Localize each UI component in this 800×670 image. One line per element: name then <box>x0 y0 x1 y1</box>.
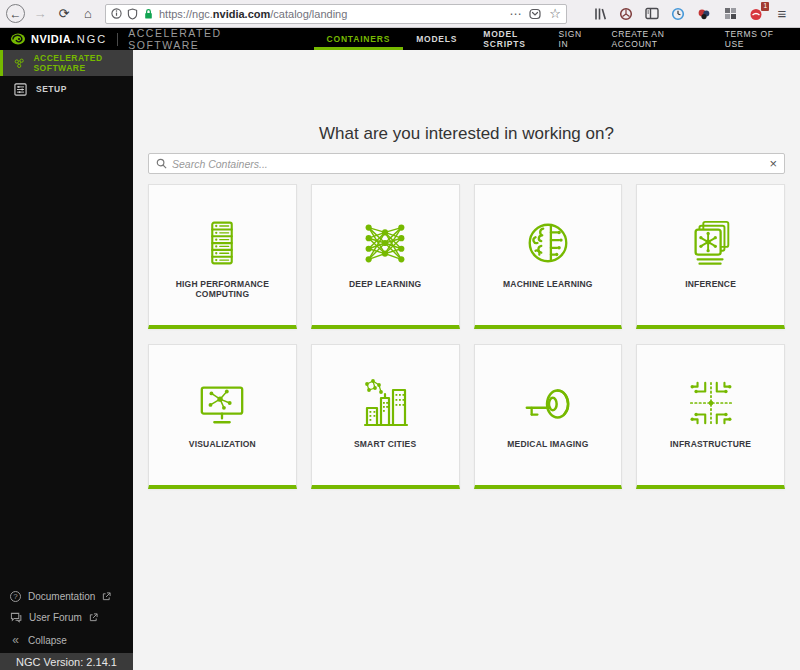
forward-button[interactable]: → <box>29 3 51 25</box>
url-text: https://ngc.nvidia.com/catalog/landing <box>159 8 509 20</box>
tracking-shield-icon[interactable] <box>127 8 138 20</box>
clock-extension-icon[interactable] <box>670 6 686 22</box>
home-icon: ⌂ <box>84 6 92 21</box>
external-link-icon <box>102 592 111 601</box>
monitor-graph-icon <box>196 375 248 431</box>
nvidia-brand[interactable]: NVIDIA.NGC <box>10 33 107 45</box>
setup-icon <box>14 83 27 96</box>
back-icon: ← <box>10 7 22 21</box>
help-icon: ? <box>10 591 21 602</box>
url-bar[interactable]: https://ngc.nvidia.com/catalog/landing ⋯… <box>105 4 567 24</box>
city-icon <box>359 375 411 431</box>
hpc-server-icon <box>199 215 245 271</box>
sidebar-toggle-icon[interactable] <box>644 6 660 22</box>
nvidia-eye-logo <box>10 33 26 45</box>
nav-tab-models[interactable]: MODELS <box>403 28 470 50</box>
inference-stack-icon <box>686 215 736 271</box>
pocket-icon[interactable] <box>529 8 541 20</box>
create-account-link[interactable]: CREATE AN ACCOUNT <box>611 29 704 49</box>
category-grid: HIGH PERFORMANCE COMPUTING <box>148 184 785 489</box>
card-label: VISUALIZATION <box>185 439 260 449</box>
card-label: INFRASTRUCTURE <box>666 439 755 449</box>
sidebar-item-accelerated-software[interactable]: ACCELERATED SOFTWARE <box>0 50 133 76</box>
app-title: ACCELERATED SOFTWARE <box>128 27 285 51</box>
reload-icon: ⟳ <box>59 6 70 21</box>
card-smart-cities[interactable]: SMART CITIES <box>311 344 460 489</box>
circuit-icon <box>686 375 736 431</box>
collapse-label: Collapse <box>28 635 67 646</box>
brand-name: NVIDIA.NGC <box>31 33 107 45</box>
documentation-label: Documentation <box>28 591 95 602</box>
card-deep-learning[interactable]: DEEP LEARNING <box>311 184 460 329</box>
external-link-icon <box>89 613 98 622</box>
card-label: HIGH PERFORMANCE COMPUTING <box>149 279 296 299</box>
extension-badge: 1 <box>761 2 769 11</box>
header-right-links: SIGN IN CREATE AN ACCOUNT TERMS OF USE <box>559 29 791 49</box>
header-divider <box>117 33 118 46</box>
menu-icon[interactable]: ≡ <box>774 6 790 22</box>
forum-icon <box>10 612 22 623</box>
multicolor-extension-icon[interactable] <box>696 6 712 22</box>
nav-tab-containers[interactable]: CONTAINERS <box>314 28 404 50</box>
search-input[interactable] <box>172 158 769 170</box>
card-label: MEDICAL IMAGING <box>503 439 592 449</box>
back-button[interactable]: ← <box>6 4 25 23</box>
bookmark-star-icon[interactable]: ☆ <box>549 6 561 21</box>
user-forum-link[interactable]: User Forum <box>10 612 133 623</box>
sidebar-item-label: ACCELERATED SOFTWARE <box>33 53 133 73</box>
documentation-link[interactable]: ? Documentation <box>10 591 133 602</box>
forward-icon: → <box>34 6 47 21</box>
card-label: INFERENCE <box>681 279 740 289</box>
app-header: NVIDIA.NGC ACCELERATED SOFTWARE CONTAINE… <box>0 28 800 50</box>
molecule-icon <box>14 57 24 70</box>
ngc-version: NGC Version: 2.14.1 <box>16 656 117 668</box>
sidebar: ACCELERATED SOFTWARE SETUP ? Documentati… <box>0 50 133 670</box>
nav-tab-model-scripts[interactable]: MODEL SCRIPTS <box>470 28 558 50</box>
main-content: What are you interested in working on? ×… <box>133 50 800 670</box>
card-machine-learning[interactable]: MACHINE LEARNING <box>474 184 623 329</box>
grid-extension-icon[interactable] <box>722 6 738 22</box>
browser-toolbar: ← → ⟳ ⌂ https://ngc.nvidia.com/catalog/l… <box>0 0 800 28</box>
search-icon <box>156 158 167 169</box>
clear-search-icon[interactable]: × <box>769 157 777 170</box>
card-high-performance-computing[interactable]: HIGH PERFORMANCE COMPUTING <box>148 184 297 329</box>
page-title: What are you interested in working on? <box>148 124 785 144</box>
sign-in-link[interactable]: SIGN IN <box>559 29 592 49</box>
extension-ring-icon[interactable] <box>618 6 634 22</box>
badged-extension-icon[interactable]: 1 <box>748 6 764 22</box>
reload-button[interactable]: ⟳ <box>53 3 75 25</box>
version-bar: NGC Version: 2.14.1 <box>0 653 133 670</box>
sidebar-item-setup[interactable]: SETUP <box>0 76 133 102</box>
user-forum-label: User Forum <box>29 612 82 623</box>
card-infrastructure[interactable]: INFRASTRUCTURE <box>636 344 785 489</box>
card-label: MACHINE LEARNING <box>499 279 597 289</box>
card-medical-imaging[interactable]: MEDICAL IMAGING <box>474 344 623 489</box>
sidebar-footer: ? Documentation User Forum « Collapse <box>0 581 133 653</box>
page-actions-icon[interactable]: ⋯ <box>509 7 521 21</box>
card-visualization[interactable]: VISUALIZATION <box>148 344 297 489</box>
header-nav: CONTAINERS MODELS MODEL SCRIPTS <box>314 28 559 50</box>
sidebar-item-label: SETUP <box>36 84 67 94</box>
card-inference[interactable]: INFERENCE <box>636 184 785 329</box>
card-label: DEEP LEARNING <box>345 279 425 289</box>
home-button[interactable]: ⌂ <box>77 3 99 25</box>
neural-network-icon <box>360 215 410 271</box>
site-info-icon[interactable] <box>111 8 122 19</box>
collapse-icon: « <box>10 633 21 647</box>
collapse-button[interactable]: « Collapse <box>10 633 133 647</box>
card-label: SMART CITIES <box>350 439 420 449</box>
terms-of-use-link[interactable]: TERMS OF USE <box>725 29 790 49</box>
library-icon[interactable] <box>592 6 608 22</box>
search-box: × <box>148 153 785 174</box>
brain-icon <box>523 215 573 271</box>
mri-scanner-icon <box>522 375 574 431</box>
https-lock-icon[interactable] <box>143 8 154 20</box>
